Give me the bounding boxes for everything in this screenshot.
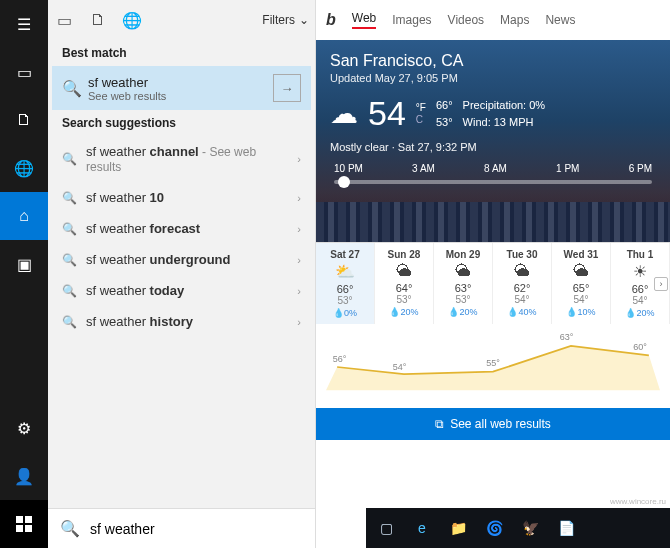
suggestion-item[interactable]: 🔍sf weather today› (48, 275, 315, 306)
suggestion-item[interactable]: 🔍sf weather channel - See web results› (48, 136, 315, 182)
day-card[interactable]: Wed 31🌥65°54°💧10% (552, 243, 611, 324)
day-high: 66° (318, 283, 372, 295)
chart-label: 55° (486, 358, 500, 368)
day-card[interactable]: Tue 30🌥62°54°💧40% (493, 243, 552, 324)
tab-images[interactable]: Images (392, 13, 431, 27)
arrow-right-icon[interactable]: → (273, 74, 301, 102)
unit-c[interactable]: C (416, 115, 426, 125)
suggestion-label: sf weather forecast (86, 221, 287, 236)
day-precip: 💧20% (377, 307, 431, 317)
day-precip: 💧20% (436, 307, 490, 317)
start-icon[interactable] (0, 500, 48, 548)
app-icon[interactable]: ▭ (0, 48, 48, 96)
hour-label: 8 AM (484, 163, 507, 174)
day-name: Thu 1 (613, 249, 667, 260)
suggestion-item[interactable]: 🔍sf weather forecast› (48, 213, 315, 244)
tab-videos[interactable]: Videos (448, 13, 484, 27)
tab-news[interactable]: News (545, 13, 575, 27)
day-high: 65° (554, 282, 608, 294)
globe-icon[interactable]: 🌐 (0, 144, 48, 192)
precip-label: Precipitation: 0% (463, 97, 546, 114)
search-icon: 🔍 (60, 519, 80, 538)
search-icon: 🔍 (62, 191, 76, 205)
day-weather-icon: 🌥 (436, 262, 490, 280)
svg-rect-3 (25, 525, 32, 532)
app-icon[interactable]: 📄 (552, 514, 580, 542)
day-card[interactable]: Sun 28🌥64°53°💧20% (375, 243, 434, 324)
day-low: 53° (436, 294, 490, 305)
bing-tabs: b Web Images Videos Maps News (316, 0, 670, 40)
window-icon[interactable]: ▭ (54, 10, 74, 30)
suggestion-item[interactable]: 🔍sf weather history› (48, 306, 315, 337)
tab-web[interactable]: Web (352, 11, 376, 29)
chevron-right-icon: › (297, 285, 301, 297)
credit-label: www.wincore.ru (610, 497, 666, 506)
current-temp: 54 (368, 94, 406, 133)
store-icon[interactable]: ▣ (0, 240, 48, 288)
hour-label: 10 PM (334, 163, 363, 174)
chevron-right-icon: › (297, 223, 301, 235)
document-icon[interactable]: 🗋 (88, 10, 108, 30)
globe-icon[interactable]: 🌐 (122, 10, 142, 30)
search-bar: 🔍 (48, 508, 315, 548)
day-low: 53° (318, 295, 372, 306)
temp-chart: 56° 54° 55° 63° 60° (326, 332, 660, 402)
search-icon: 🔍 (62, 253, 76, 267)
day-name: Sat 27 (318, 249, 372, 260)
day-card[interactable]: Mon 29🌥63°53°💧20% (434, 243, 493, 324)
explorer-icon[interactable]: 📁 (444, 514, 472, 542)
search-icon: 🔍 (62, 284, 76, 298)
best-match-item[interactable]: 🔍 sf weather See web results → (52, 66, 311, 110)
edge-icon[interactable]: e (408, 514, 436, 542)
bing-logo-icon: b (326, 11, 336, 29)
day-name: Sun 28 (377, 249, 431, 260)
day-name: Tue 30 (495, 249, 549, 260)
open-icon: ⧉ (435, 417, 444, 431)
search-panel: ▭ 🗋 🌐 Filters ⌄ Best match 🔍 sf weather … (48, 0, 316, 548)
day-weather-icon: ⛅ (318, 262, 372, 281)
day-name: Mon 29 (436, 249, 490, 260)
search-icon: 🔍 (62, 315, 76, 329)
document-icon[interactable]: 🗋 (0, 96, 48, 144)
weather-icon: ☁ (330, 97, 358, 130)
day-precip: 💧0% (318, 308, 372, 318)
home-icon[interactable]: ⌂ (0, 192, 48, 240)
see-all-button[interactable]: ⧉ See all web results (316, 408, 670, 440)
skyline-image (316, 192, 670, 242)
slider-thumb-icon[interactable] (338, 176, 350, 188)
search-input[interactable] (90, 521, 303, 537)
panel-toolbar: ▭ 🗋 🌐 Filters ⌄ (48, 0, 315, 40)
updated-label: Updated May 27, 9:05 PM (330, 72, 656, 84)
day-weather-icon: 🌥 (554, 262, 608, 280)
tab-maps[interactable]: Maps (500, 13, 529, 27)
unit-f[interactable]: °F (416, 103, 426, 113)
hour-label: 6 PM (629, 163, 652, 174)
suggestion-label: sf weather 10 (86, 190, 287, 205)
high-temp: 66° (436, 97, 453, 114)
chevron-right-icon: › (297, 192, 301, 204)
chart-label: 60° (633, 342, 647, 352)
user-icon[interactable]: 👤 (0, 452, 48, 500)
filters-button[interactable]: Filters ⌄ (262, 13, 309, 27)
hamburger-icon[interactable]: ☰ (0, 0, 48, 48)
more-days-button[interactable]: › (654, 277, 668, 291)
search-icon: 🔍 (62, 152, 76, 166)
suggestions-header: Search suggestions (48, 110, 315, 136)
search-icon: 🔍 (62, 222, 76, 236)
hour-timeline: 10 PM3 AM8 AM1 PM6 PM (330, 163, 656, 174)
app-icon[interactable]: 🌀 (480, 514, 508, 542)
time-slider[interactable] (334, 180, 652, 184)
day-forecast-row: Sat 27⛅66°53°💧0%Sun 28🌥64°53°💧20%Mon 29🌥… (316, 242, 670, 324)
suggestion-item[interactable]: 🔍sf weather 10› (48, 182, 315, 213)
settings-icon[interactable]: ⚙ (0, 404, 48, 452)
day-name: Wed 31 (554, 249, 608, 260)
suggestion-label: sf weather underground (86, 252, 287, 267)
taskview-icon[interactable]: ▢ (372, 514, 400, 542)
suggestion-item[interactable]: 🔍sf weather underground› (48, 244, 315, 275)
best-match-sub: See web results (88, 90, 263, 102)
app-icon[interactable]: 🦅 (516, 514, 544, 542)
day-card[interactable]: Sat 27⛅66°53°💧0% (316, 243, 375, 324)
svg-rect-2 (16, 525, 23, 532)
day-high: 63° (436, 282, 490, 294)
best-match-title: sf weather (88, 75, 263, 90)
